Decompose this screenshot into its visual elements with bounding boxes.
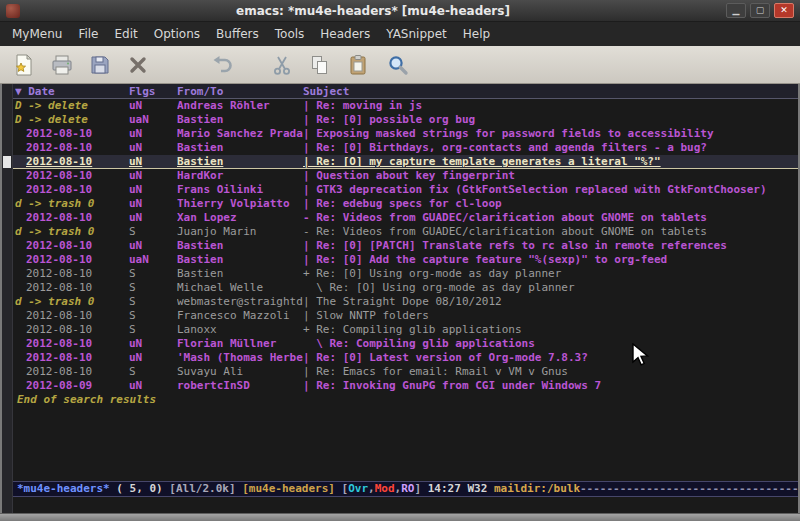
from-cell: Mario Sanchez Prada — [177, 127, 303, 141]
menu-item-options[interactable]: Options — [146, 24, 208, 44]
menu-item-headers[interactable]: Headers — [312, 24, 378, 44]
paste-button[interactable] — [342, 50, 374, 80]
from-cell: Michael Welle — [177, 281, 303, 295]
message-row[interactable]: 2012-08-10uNFrans Oilinki| GTK3 deprecat… — [13, 183, 798, 197]
date-cell: d -> trash 0 — [15, 295, 129, 309]
message-row[interactable]: d -> trash 0Swebmaster@straightd...| The… — [13, 295, 798, 309]
minimize-button[interactable]: ▁ — [726, 3, 746, 18]
close-button[interactable]: ✕ — [774, 3, 794, 18]
search-button[interactable] — [382, 50, 414, 80]
from-cell: Juanjo Marin — [177, 225, 303, 239]
screen: { "window": { "title": "emacs: *mu4e-hea… — [0, 0, 800, 521]
menu-item-edit[interactable]: Edit — [107, 24, 146, 44]
subject-cell: + Re: Compiling glib applications — [303, 323, 798, 337]
menu-item-tools[interactable]: Tools — [267, 24, 313, 44]
menu-item-buffers[interactable]: Buffers — [208, 24, 267, 44]
date-cell: 2012-08-10 — [15, 267, 129, 281]
from-cell: Bastien — [177, 141, 303, 155]
date-cell: 2012-08-10 — [15, 155, 129, 168]
subject-cell: \ Re: [O] Using org-mode as day planner — [303, 281, 798, 295]
from-cell: Bastien — [177, 155, 303, 168]
flags-cell: uaN — [129, 253, 177, 267]
flags-cell: S — [129, 225, 177, 239]
column-header-from[interactable]: From/To — [177, 84, 303, 98]
buffer-empty-space — [13, 407, 798, 481]
print-button[interactable] — [46, 50, 78, 80]
date-cell: 2012-08-10 — [15, 211, 129, 225]
menu-item-file[interactable]: File — [70, 24, 106, 44]
copy-button[interactable] — [304, 50, 336, 80]
message-row[interactable]: d -> trash 0uNThierry Volpiatto| Re: ede… — [13, 197, 798, 211]
from-cell: Bastien — [177, 113, 303, 127]
date-cell: 2012-08-10 — [15, 365, 129, 379]
date-cell: 2012-08-10 — [15, 351, 129, 365]
message-row[interactable]: D -> deleteuNAndreas Röhler| Re: moving … — [13, 99, 798, 113]
date-cell: 2012-08-10 — [15, 253, 129, 267]
message-row[interactable]: 2012-08-10uNFlorian Müllner \ Re: Compil… — [13, 337, 798, 351]
message-row[interactable]: 2012-08-10uN'Mash (Thomas Herbert)| Re: … — [13, 351, 798, 365]
cut-button[interactable] — [266, 50, 298, 80]
save-button[interactable] — [84, 50, 116, 80]
date-cell: 2012-08-09 — [15, 379, 129, 393]
flags-cell: uN — [129, 211, 177, 225]
column-header-subject[interactable]: Subject — [303, 84, 798, 98]
column-header-date[interactable]: ▼ Date — [15, 84, 129, 98]
subject-cell: | Re: [0] [PATCH] Translate refs to rc a… — [303, 239, 798, 253]
copy-icon — [308, 53, 332, 77]
undo-button[interactable] — [206, 50, 238, 80]
message-row[interactable]: 2012-08-10uaNBastien| Re: [0] Add the ca… — [13, 253, 798, 267]
emacs-frame: ▼ Date Flgs From/To Subject D -> deleteu… — [0, 84, 800, 513]
message-row[interactable]: 2012-08-10SLanoxx+ Re: Compiling glib ap… — [13, 323, 798, 337]
date-cell: 2012-08-10 — [15, 323, 129, 337]
message-row[interactable]: 2012-08-10uNBastien| Re: [0] Birthdays, … — [13, 141, 798, 155]
message-row[interactable]: 2012-08-10SMichael Welle \ Re: [O] Using… — [13, 281, 798, 295]
from-cell: 'Mash (Thomas Herbert) — [177, 351, 303, 365]
date-cell: 2012-08-10 — [15, 141, 129, 155]
undo-icon — [210, 53, 234, 77]
message-row[interactable]: 2012-08-09uNrobertcInSD| Re: Invoking Gn… — [13, 379, 798, 393]
flags-cell: uN — [129, 141, 177, 155]
window-title: emacs: *mu4e-headers* [mu4e-headers] — [26, 0, 720, 22]
message-row[interactable]: 2012-08-10uNMario Sanchez Prada| Exposin… — [13, 127, 798, 141]
from-cell: Francesco Mazzoli — [177, 309, 303, 323]
new-file-button[interactable] — [8, 50, 40, 80]
scrollbar-thumb[interactable] — [3, 156, 11, 168]
modeline[interactable]: *mu4e-headers* ( 5, 0) [All/2.0k] [mu4e-… — [13, 481, 798, 497]
message-row[interactable]: 2012-08-10SBastien+ Re: [0] Using org-mo… — [13, 267, 798, 281]
modeline-segment-ro: RO — [401, 482, 414, 495]
message-row[interactable]: 2012-08-10uNBastien| Re: [O] my capture … — [13, 155, 798, 169]
titlebar[interactable]: emacs: *mu4e-headers* [mu4e-headers] ▁ ▢… — [0, 0, 800, 22]
date-cell: 2012-08-10 — [15, 127, 129, 141]
date-cell: 2012-08-10 — [15, 309, 129, 323]
from-cell: Bastien — [177, 239, 303, 253]
paste-icon — [346, 53, 370, 77]
echo-area — [13, 497, 798, 513]
from-cell: Lanoxx — [177, 323, 303, 337]
message-row[interactable]: 2012-08-10SFrancesco Mazzoli| Slow NNTP … — [13, 309, 798, 323]
subject-cell: | Re: [0] possible org bug — [303, 113, 798, 127]
message-row[interactable]: 2012-08-10uNHardKor| Question about key … — [13, 169, 798, 183]
maximize-button[interactable]: ▢ — [750, 3, 770, 18]
close-buffer-button[interactable] — [122, 50, 154, 80]
menu-item-help[interactable]: Help — [455, 24, 498, 44]
flags-cell: uN — [129, 183, 177, 197]
message-row[interactable]: D -> deleteuaNBastien| Re: [0] possible … — [13, 113, 798, 127]
print-icon — [50, 53, 74, 77]
from-cell: Thierry Volpiatto — [177, 197, 303, 211]
new-file-icon — [12, 53, 36, 77]
message-row[interactable]: 2012-08-10uNBastien| Re: [0] [PATCH] Tra… — [13, 239, 798, 253]
date-cell: 2012-08-10 — [15, 239, 129, 253]
scrollbar[interactable] — [2, 84, 13, 513]
message-row[interactable]: 2012-08-10uNXan Lopez- Re: Videos from G… — [13, 211, 798, 225]
date-cell: d -> trash 0 — [15, 197, 129, 211]
flags-cell: S — [129, 323, 177, 337]
flags-cell: uN — [129, 379, 177, 393]
subject-cell: | Re: [0] Add the capture feature "%(sex… — [303, 253, 798, 267]
column-header-flags[interactable]: Flgs — [129, 84, 177, 98]
date-cell: d -> trash 0 — [15, 225, 129, 239]
message-row[interactable]: 2012-08-10SSuvayu Ali| Re: Emacs for ema… — [13, 365, 798, 379]
flags-cell: uN — [129, 197, 177, 211]
menu-item-yasnippet[interactable]: YASnippet — [378, 24, 455, 44]
message-row[interactable]: d -> trash 0SJuanjo Marin- Re: Videos fr… — [13, 225, 798, 239]
menu-item-mymenu[interactable]: MyMenu — [4, 24, 70, 44]
